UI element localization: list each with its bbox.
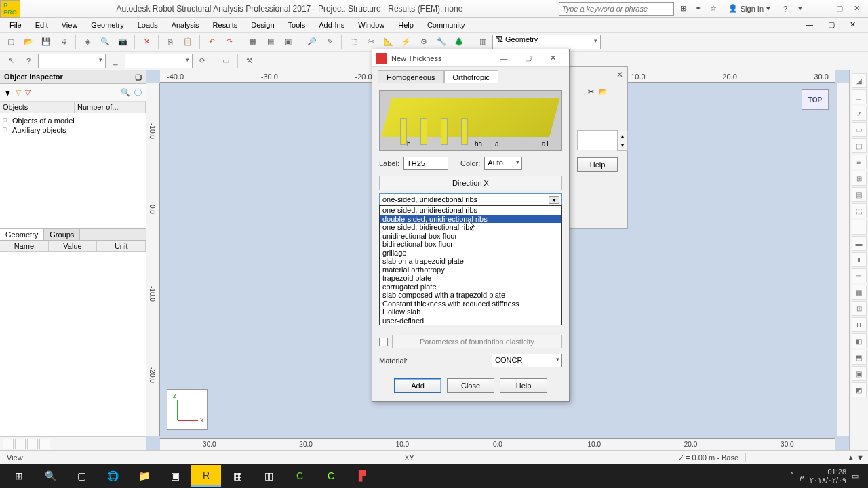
rt-4[interactable]: ▭	[852, 122, 867, 137]
camera-icon[interactable]: 📷	[115, 34, 131, 50]
minimize-button[interactable]: —	[818, 4, 825, 13]
level-down-icon[interactable]: ▼	[856, 453, 864, 462]
open-icon[interactable]: 📂	[20, 34, 37, 50]
dialog-close-button[interactable]: ✕	[540, 51, 565, 66]
doc-close-button[interactable]: ✕	[843, 19, 863, 30]
rt-5[interactable]: ◫	[852, 138, 867, 153]
option[interactable]: unidirectional box floor	[380, 232, 561, 241]
pointer-icon[interactable]: ✦	[693, 3, 704, 14]
menu-window[interactable]: Window	[351, 20, 391, 30]
dialog-minimize-button[interactable]: —	[492, 51, 516, 66]
bt-4[interactable]	[39, 439, 50, 449]
option[interactable]: bidirectional box floor	[380, 240, 561, 249]
edit-icon[interactable]: ✎	[321, 34, 338, 50]
rib-type-dropdown[interactable]: one-sided, unidirectional ribs double-si…	[379, 205, 562, 325]
selection-combo-1[interactable]	[38, 54, 106, 68]
calendar-icon[interactable]: ▤	[262, 34, 279, 50]
label-input[interactable]	[403, 157, 448, 170]
menu-view[interactable]: View	[55, 20, 85, 30]
rt-17[interactable]: ◧	[852, 333, 867, 348]
pdf-taskbar-icon[interactable]: ▛	[347, 465, 377, 487]
foundation-params-button[interactable]: Parameters of foundation elasticity	[392, 335, 562, 348]
dialog2-close-icon[interactable]: ✕	[616, 70, 623, 79]
refresh-icon[interactable]: ⟳	[194, 53, 210, 69]
rt-14[interactable]: ▦	[852, 285, 867, 300]
paste-icon[interactable]: 📋	[180, 34, 196, 50]
rt-13[interactable]: ═	[852, 268, 867, 283]
close-button[interactable]: Close	[447, 378, 494, 393]
funnel-icon[interactable]: ▽	[16, 88, 21, 97]
app-taskbar-4[interactable]: C	[285, 465, 315, 487]
tray-clock[interactable]: 01:28 ٢٠١٨/٠٢/٠٩	[810, 468, 846, 484]
app-taskbar-3[interactable]: ▥	[254, 465, 283, 487]
help-button[interactable]: Help	[500, 378, 547, 393]
signin-button[interactable]: 👤 Sign In ▾	[723, 4, 776, 13]
tree-item[interactable]: Auxiliary objects	[3, 125, 143, 135]
clear-filter-icon[interactable]: ▽	[25, 88, 31, 97]
option[interactable]: slab on a trapezoid plate	[380, 257, 561, 266]
viewcube[interactable]: TOP	[802, 89, 829, 110]
help-button[interactable]: Help	[577, 157, 618, 172]
rt-10[interactable]: Ⅰ	[852, 220, 867, 235]
calc-icon[interactable]: ▣	[280, 34, 296, 50]
tab-groups[interactable]: Groups	[44, 229, 80, 240]
tab-orthotropic[interactable]: Orthotropic	[444, 70, 498, 83]
delete-icon[interactable]: ✕	[138, 34, 155, 50]
taskview-icon[interactable]: ▢	[66, 465, 96, 487]
cube-icon[interactable]: ◈	[79, 34, 96, 50]
level-up-icon[interactable]: ▲	[847, 453, 854, 462]
rt-15[interactable]: ⊡	[852, 301, 867, 316]
help-icon[interactable]: ?	[780, 3, 791, 14]
print-icon[interactable]: 🖨	[56, 34, 72, 50]
new-icon[interactable]: ▢	[3, 34, 19, 50]
app-taskbar-2[interactable]: ▦	[222, 465, 252, 487]
option[interactable]: one-sided, bidirectional ribs	[380, 223, 561, 232]
copy-icon[interactable]: ⎘	[162, 34, 178, 50]
rt-2[interactable]: ⊥	[852, 89, 867, 104]
option[interactable]: corrugated plate	[380, 283, 561, 291]
info-icon[interactable]: ⓘ	[134, 87, 142, 98]
panel-close-icon[interactable]: ▢	[135, 73, 142, 81]
search-input[interactable]	[559, 2, 674, 16]
rt-3[interactable]: ↗	[852, 106, 867, 121]
section-icon[interactable]: ▭	[218, 53, 234, 69]
tree-icon[interactable]: 🌲	[451, 34, 467, 50]
filter-icon[interactable]: ▼	[4, 89, 12, 97]
save-icon[interactable]: 💾	[38, 34, 54, 50]
app-taskbar-5[interactable]: C	[316, 465, 346, 487]
run-icon[interactable]: ⚡	[398, 34, 414, 50]
app-taskbar-1[interactable]: ▣	[160, 465, 190, 487]
spinner-input[interactable]	[577, 130, 618, 150]
option[interactable]: user-defined	[380, 317, 561, 325]
option[interactable]: Hollow slab	[380, 308, 561, 317]
tool-icon[interactable]: ⚒	[241, 53, 258, 69]
add-button[interactable]: Add	[394, 378, 441, 393]
doc-minimize-button[interactable]: —	[799, 19, 820, 30]
selection-combo-2[interactable]	[125, 54, 193, 68]
measure-icon[interactable]: 📐	[380, 34, 397, 50]
menu-file[interactable]: File	[3, 20, 28, 30]
option[interactable]: grillage	[380, 249, 561, 258]
dialog-maximize-button[interactable]: ▢	[516, 51, 540, 66]
tab-geometry[interactable]: Geometry	[0, 229, 44, 240]
search-taskbar-icon[interactable]: 🔍	[35, 465, 65, 487]
menu-analysis[interactable]: Analysis	[165, 20, 206, 30]
robot-taskbar-icon[interactable]: R	[191, 465, 221, 487]
option[interactable]: material orthotropy	[380, 266, 561, 274]
maximize-button[interactable]: ▢	[836, 4, 843, 13]
option[interactable]: one-sided, unidirectional ribs	[380, 206, 561, 215]
menu-results[interactable]: Results	[206, 20, 245, 30]
menu-help[interactable]: Help	[391, 20, 420, 30]
menu-community[interactable]: Community	[420, 20, 472, 30]
material-select[interactable]: CONCR	[492, 354, 562, 367]
menu-loads[interactable]: Loads	[131, 20, 165, 30]
menu-addins[interactable]: Add-Ins	[312, 20, 351, 30]
wrench-icon[interactable]: 🔧	[433, 34, 450, 50]
axis-gizmo[interactable]: zx	[167, 389, 208, 430]
tab-homogeneous[interactable]: Homogeneous	[378, 70, 444, 83]
tray-lang[interactable]: م	[800, 472, 804, 481]
explorer-icon[interactable]: 📁	[129, 465, 159, 487]
rib-type-combo[interactable]: one-sided, unidirectional ribs	[379, 193, 562, 205]
star-icon[interactable]: ☆	[708, 3, 719, 14]
rt-19[interactable]: ▣	[852, 366, 867, 381]
